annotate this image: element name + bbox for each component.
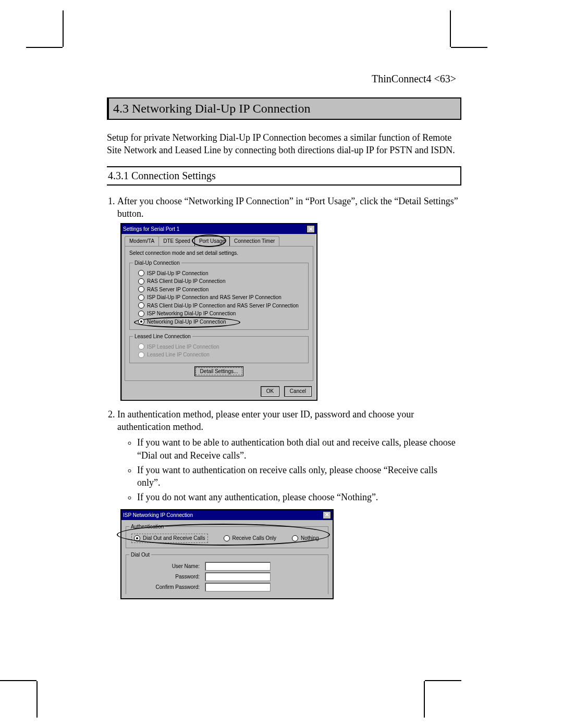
tab-port-usage[interactable]: Port Usage xyxy=(194,236,230,246)
dialog-title: Settings for Serial Port 1 xyxy=(123,226,179,233)
radio-isp-ras[interactable]: ISP Dial-Up IP Connection and RAS Server… xyxy=(138,294,305,301)
cancel-button[interactable]: Cancel xyxy=(284,386,312,397)
radio-networking-dialup[interactable]: Networking Dial-Up IP Connection xyxy=(138,318,305,326)
settings-dialog: Settings for Serial Port 1 ✕ Modem/TA DT… xyxy=(120,223,317,401)
radio-dialout-receive[interactable]: Dial Out and Receive Calls xyxy=(131,534,208,543)
dialog-instruction: Select connection mode and set detail se… xyxy=(129,250,309,257)
section-title: 4.3 Networking Dial-Up IP Connection xyxy=(107,97,461,120)
radio-isp-leased: ISP Leased Line IP Connection xyxy=(138,343,305,351)
step-2: In authentication method, please enter y… xyxy=(117,408,461,600)
auth-legend: Authentication xyxy=(129,523,165,530)
detail-settings-button[interactable]: Detail Settings... xyxy=(194,366,244,377)
password-input[interactable] xyxy=(205,572,271,581)
password-label: Password: xyxy=(140,573,205,581)
dialup-legend: Dial-Up Connection xyxy=(133,260,181,267)
leased-legend: Leased Line Connection xyxy=(133,333,192,340)
dialog2-title: ISP Networking IP Connection xyxy=(123,512,193,519)
radio-rasclient-ras[interactable]: RAS Client Dial-Up IP Connection and RAS… xyxy=(138,302,305,310)
radio-leased: Leased Line IP Connection xyxy=(138,351,305,359)
username-label: User Name: xyxy=(140,563,205,570)
subsection-title: 4.3.1 Connection Settings xyxy=(107,166,461,186)
username-input[interactable] xyxy=(205,562,271,571)
radio-nothing[interactable]: Nothing xyxy=(292,535,319,542)
radio-isp-dialup[interactable]: ISP Dial-Up IP Connection xyxy=(138,270,305,277)
radio-isp-networking[interactable]: ISP Networking Dial-Up IP Connection xyxy=(138,310,305,317)
radio-ras-server[interactable]: RAS Server IP Connection xyxy=(138,286,305,293)
tab-dte-speed[interactable]: DTE Speed xyxy=(158,236,195,246)
page-header: ThinConnect4 <63> xyxy=(107,73,461,85)
tab-connection-timer[interactable]: Connection Timer xyxy=(229,236,279,246)
bullet-2: If you want to authentication on receive… xyxy=(137,464,461,489)
radio-receive-only[interactable]: Receive Calls Only xyxy=(224,535,276,542)
step-1-text: After you choose “Networking IP Connecti… xyxy=(117,196,458,219)
ok-button[interactable]: OK xyxy=(261,386,279,397)
bullet-1: If you want to be able to authentication… xyxy=(137,436,461,462)
bullet-3: If you do not want any authentication, p… xyxy=(137,491,461,503)
step-1: After you choose “Networking IP Connecti… xyxy=(117,195,461,401)
intro-paragraph: Setup for private Networking Dial-Up IP … xyxy=(107,131,461,157)
confirm-password-input[interactable] xyxy=(205,583,271,591)
close-icon[interactable]: ✕ xyxy=(323,511,331,519)
tab-modem-ta[interactable]: Modem/TA xyxy=(125,236,159,246)
close-icon[interactable]: ✕ xyxy=(307,225,315,233)
dialout-legend: Dial Out xyxy=(129,551,151,559)
isp-networking-dialog: ISP Networking IP Connection ✕ Authentic… xyxy=(120,509,334,600)
step-2-text: In authentication method, please enter y… xyxy=(117,409,414,432)
radio-ras-client[interactable]: RAS Client Dial-Up IP Connection xyxy=(138,278,305,285)
confirm-password-label: Confirm Password: xyxy=(140,584,205,591)
